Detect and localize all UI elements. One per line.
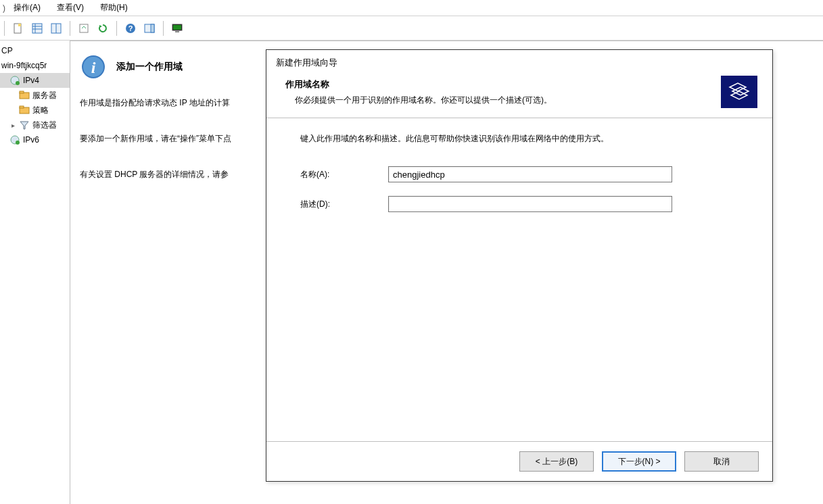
filter-icon: [19, 120, 30, 130]
expand-icon[interactable]: ▸: [9, 122, 16, 129]
form-row-name: 名称(A):: [300, 166, 738, 182]
svg-text:i: i: [91, 59, 96, 76]
toolbar-separator: [4, 21, 5, 36]
svg-rect-15: [173, 25, 181, 30]
toolbar-separator: [163, 21, 164, 36]
svg-rect-16: [175, 31, 179, 32]
wizard-footer: < 上一步(B) 下一步(N) > 取消: [266, 441, 772, 481]
content-title: 添加一个作用域: [116, 61, 183, 73]
back-button[interactable]: < 上一步(B): [519, 451, 594, 472]
svg-rect-8: [80, 24, 88, 32]
tree-root-dhcp[interactable]: CP: [0, 43, 70, 58]
name-input[interactable]: [388, 166, 672, 182]
svg-rect-13: [151, 24, 154, 32]
next-button[interactable]: 下一步(N) >: [602, 451, 676, 472]
wizard-header: 作用域名称 你必须提供一个用于识别的作用域名称。你还可以提供一个描述(可选)。: [266, 72, 772, 118]
cancel-button[interactable]: 取消: [684, 451, 759, 472]
svg-text:?: ?: [128, 24, 133, 32]
toolbar-separator: [70, 21, 70, 36]
svg-point-18: [16, 81, 20, 85]
tree-pane: CP win-9ftjkcq5r IPv4 服务器 策略 ▸: [0, 41, 70, 504]
tree-server-options[interactable]: 服务器: [0, 88, 70, 103]
desc-input[interactable]: [388, 196, 672, 212]
svg-marker-23: [20, 122, 28, 129]
folder-server-icon: [19, 90, 30, 101]
toolbar-detailview-icon[interactable]: [48, 20, 64, 36]
wizard-instructions: 键入此作用域的名称和描述。此信息可帮助你快速识别该作用域在网络中的使用方式。: [300, 133, 738, 145]
toolbar-panel-icon[interactable]: [141, 20, 158, 36]
menu-view[interactable]: 查看(V): [49, 1, 92, 15]
svg-rect-29: [724, 79, 754, 105]
tree-label: 策略: [32, 105, 49, 116]
folder-policy-icon: [19, 105, 30, 116]
menubar: ) 操作(A) 查看(V) 帮助(H): [0, 0, 823, 16]
tree-label: 筛选器: [32, 120, 57, 131]
svg-point-25: [16, 141, 20, 145]
tree-label: IPv4: [23, 76, 39, 85]
wizard-scope-icon: [721, 76, 757, 108]
toolbar-listview-icon[interactable]: [29, 20, 45, 36]
tree-label: IPv6: [23, 135, 39, 145]
toolbar-monitor-icon[interactable]: [169, 20, 185, 36]
tree-policy[interactable]: 策略: [0, 103, 70, 118]
toolbar-separator: [116, 21, 117, 36]
desc-label: 描述(D):: [300, 199, 388, 210]
tree-server[interactable]: win-9ftjkcq5r: [0, 58, 70, 73]
form-row-desc: 描述(D):: [300, 196, 738, 212]
wizard-subheading: 你必须提供一个用于识别的作用域名称。你还可以提供一个描述(可选)。: [285, 95, 721, 106]
wizard-heading: 作用域名称: [285, 78, 721, 91]
svg-rect-22: [20, 106, 24, 108]
wizard-body: 键入此作用域的名称和描述。此信息可帮助你快速识别该作用域在网络中的使用方式。 名…: [266, 118, 772, 441]
svg-rect-2: [32, 24, 42, 33]
tree-label: 服务器: [32, 90, 57, 101]
toolbar-export-icon[interactable]: [76, 20, 92, 36]
wizard-window-title: 新建作用域向导: [266, 50, 772, 72]
wizard-header-text: 作用域名称 你必须提供一个用于识别的作用域名称。你还可以提供一个描述(可选)。: [285, 76, 721, 106]
svg-marker-9: [99, 25, 102, 28]
name-label: 名称(A):: [300, 169, 388, 180]
tree-ipv6[interactable]: IPv6: [0, 132, 70, 147]
toolbar: ?: [0, 16, 823, 41]
ipv6-icon: [9, 134, 20, 145]
tree-label: win-9ftjkcq5r: [1, 61, 47, 70]
svg-rect-1: [18, 24, 21, 26]
ipv4-icon: [9, 75, 20, 86]
tree-filters[interactable]: ▸ 筛选器: [0, 118, 70, 132]
toolbar-help-icon[interactable]: ?: [122, 20, 139, 36]
tree-ipv4[interactable]: IPv4: [0, 73, 70, 88]
info-icon: i: [80, 53, 107, 80]
toolbar-new-icon[interactable]: [10, 20, 26, 36]
toolbar-refresh-icon[interactable]: [95, 20, 111, 36]
menu-help[interactable]: 帮助(H): [92, 1, 136, 15]
menu-action[interactable]: 操作(A): [5, 1, 49, 15]
svg-rect-20: [20, 91, 24, 93]
wizard-dialog: 新建作用域向导 作用域名称 你必须提供一个用于识别的作用域名称。你还可以提供一个…: [266, 49, 773, 482]
tree-label: CP: [1, 46, 13, 55]
